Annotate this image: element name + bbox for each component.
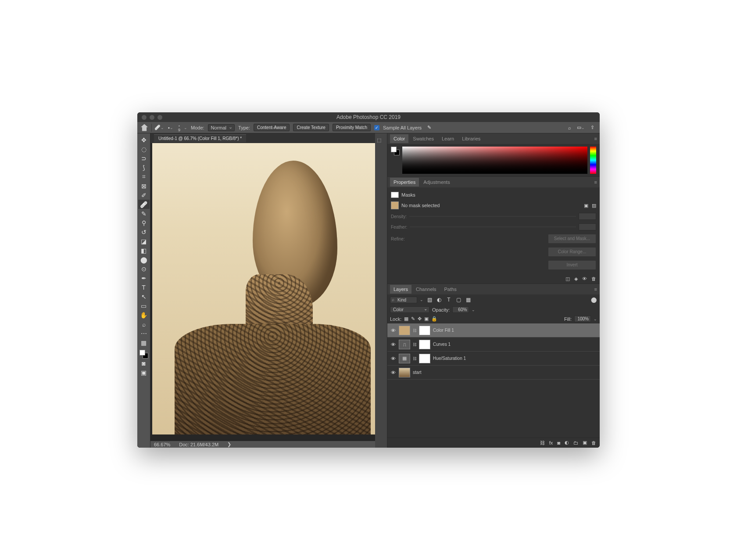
lock-artboard-icon[interactable]: ▣: [424, 316, 429, 322]
lock-pixels-icon[interactable]: ✎: [411, 316, 415, 322]
delete-layer-icon[interactable]: 🗑: [591, 440, 596, 445]
frame-tool-icon[interactable]: ⊠: [138, 181, 150, 190]
color-swatches[interactable]: [140, 350, 148, 359]
quick-select-tool-icon[interactable]: ⟆: [138, 163, 150, 172]
tab-adjustments[interactable]: Adjustments: [420, 178, 454, 187]
tab-layers[interactable]: Layers: [390, 285, 411, 294]
status-chevron-icon[interactable]: ❯: [227, 442, 231, 447]
color-swatches[interactable]: [391, 147, 400, 155]
tab-learn[interactable]: Learn: [438, 134, 458, 143]
collapsed-dock[interactable]: ⬚: [375, 133, 387, 448]
create-texture-button[interactable]: Create Texture: [293, 124, 329, 131]
marquee-tool-icon[interactable]: ◌: [138, 144, 150, 154]
mask-thumb[interactable]: [419, 326, 430, 335]
filter-adjustment-icon[interactable]: ◐: [436, 296, 443, 303]
layer-thumb[interactable]: ▦: [399, 354, 410, 363]
filter-shape-icon[interactable]: ▢: [455, 296, 462, 303]
dodge-tool-icon[interactable]: ⊙: [138, 264, 150, 273]
new-layer-icon[interactable]: ▣: [583, 440, 587, 445]
adjustment-layer-icon[interactable]: ◐: [565, 440, 569, 445]
mask-thumb[interactable]: [419, 340, 430, 349]
share-icon[interactable]: ⇪: [588, 124, 596, 132]
zoom-tool-icon[interactable]: ⌕: [138, 319, 150, 329]
tab-channels[interactable]: Channels: [412, 285, 440, 294]
filter-type-icon[interactable]: T: [445, 296, 452, 303]
search-icon[interactable]: ⌕: [565, 124, 573, 132]
sample-all-checkbox[interactable]: ✓: [374, 125, 379, 130]
layer-row[interactable]: 👁 ▦⛓ Hue/Saturation 1: [387, 352, 600, 366]
home-icon[interactable]: [141, 124, 148, 131]
visibility-icon[interactable]: 👁: [390, 342, 396, 347]
brush-preset-icon[interactable]: •⌄: [167, 124, 175, 132]
hand-tool-icon[interactable]: ✋: [138, 310, 150, 319]
mode-select[interactable]: Normal: [208, 124, 235, 131]
blend-mode-select[interactable]: Color: [390, 306, 429, 313]
vector-mask-icon[interactable]: ▨: [592, 203, 596, 208]
document-tab[interactable]: Untitled-1 @ 66.7% (Color Fill 1, RGB/8*…: [154, 134, 246, 142]
path-select-tool-icon[interactable]: ↖: [138, 292, 150, 301]
pixel-mask-icon[interactable]: ▣: [584, 203, 588, 208]
layer-row[interactable]: 👁 start: [387, 366, 600, 380]
chevron-down-icon[interactable]: ⌄: [184, 126, 187, 130]
panel-menu-icon[interactable]: ≡: [594, 179, 597, 185]
layer-thumb[interactable]: [399, 326, 410, 335]
mask-thumb[interactable]: [419, 354, 430, 363]
pressure-icon[interactable]: ✎: [425, 124, 433, 132]
visibility-icon[interactable]: 👁: [390, 370, 396, 375]
foreground-color[interactable]: [140, 350, 145, 355]
add-mask-icon[interactable]: ◙: [557, 440, 560, 445]
quick-mask-icon[interactable]: ◙: [138, 359, 150, 368]
color-field[interactable]: [402, 147, 587, 174]
pen-tool-icon[interactable]: ✒: [138, 273, 150, 283]
layer-thumb[interactable]: ⎍: [399, 340, 410, 349]
brush-size[interactable]: •9: [178, 123, 180, 132]
gradient-tool-icon[interactable]: ◧: [138, 246, 150, 255]
lock-all-icon[interactable]: 🔒: [431, 316, 437, 322]
layer-name[interactable]: Curves 1: [433, 342, 451, 347]
workspace-icon[interactable]: ▭⌄: [577, 124, 585, 132]
filter-kind-select[interactable]: Kind: [390, 297, 417, 303]
type-tool-icon[interactable]: T: [138, 283, 150, 292]
tab-libraries[interactable]: Libraries: [458, 134, 484, 143]
apply-mask-icon[interactable]: ◈: [574, 276, 578, 282]
filter-smart-icon[interactable]: ▦: [465, 296, 472, 303]
layer-thumb[interactable]: [399, 368, 410, 377]
delete-mask-icon[interactable]: 🗑: [591, 276, 596, 282]
panel-menu-icon[interactable]: ≡: [594, 287, 597, 292]
tab-color[interactable]: Color: [390, 134, 408, 143]
layer-name[interactable]: Hue/Saturation 1: [433, 356, 466, 361]
layer-name[interactable]: Color Fill 1: [433, 328, 454, 333]
tab-properties[interactable]: Properties: [390, 178, 419, 187]
eyedropper-tool-icon[interactable]: ✐: [138, 190, 150, 200]
content-aware-button[interactable]: Content-Aware: [254, 124, 290, 131]
hue-slider[interactable]: [590, 147, 596, 174]
visibility-icon[interactable]: 👁: [390, 356, 396, 361]
crop-tool-icon[interactable]: ⌗: [138, 172, 150, 181]
tab-paths[interactable]: Paths: [441, 285, 460, 294]
panel-menu-icon[interactable]: ≡: [594, 136, 597, 141]
layer-name[interactable]: start: [413, 370, 421, 375]
history-brush-tool-icon[interactable]: ↺: [138, 227, 150, 237]
doc-size[interactable]: Doc: 21.6M/43.2M: [179, 442, 218, 447]
fill-input[interactable]: 100%: [574, 316, 591, 322]
brush-tool-icon[interactable]: ✎: [138, 209, 150, 218]
lasso-tool-icon[interactable]: ⊃: [138, 154, 150, 163]
blur-tool-icon[interactable]: ⬤: [138, 255, 150, 264]
canvas[interactable]: [152, 143, 375, 434]
foreground-color[interactable]: [391, 147, 397, 152]
move-tool-icon[interactable]: ✥: [138, 135, 150, 144]
filter-toggle-icon[interactable]: ⬤: [590, 296, 597, 303]
layer-row[interactable]: 👁 ⎍⛓ Curves 1: [387, 337, 600, 352]
tab-swatches[interactable]: Swatches: [409, 134, 437, 143]
shape-tool-icon[interactable]: ▭: [138, 301, 150, 310]
edit-toolbar-icon[interactable]: ▦: [138, 338, 150, 347]
filter-pixel-icon[interactable]: ▧: [426, 296, 433, 303]
opacity-input[interactable]: 60%: [452, 306, 469, 313]
eraser-tool-icon[interactable]: ◪: [138, 237, 150, 246]
more-tools-icon[interactable]: ⋯: [138, 329, 150, 338]
layer-style-icon[interactable]: fx: [549, 440, 553, 445]
toggle-mask-icon[interactable]: 👁: [582, 276, 587, 282]
tool-preset-icon[interactable]: 🩹⌄: [155, 124, 163, 132]
link-layers-icon[interactable]: ⛓: [540, 440, 545, 445]
load-selection-icon[interactable]: ◫: [565, 276, 570, 282]
